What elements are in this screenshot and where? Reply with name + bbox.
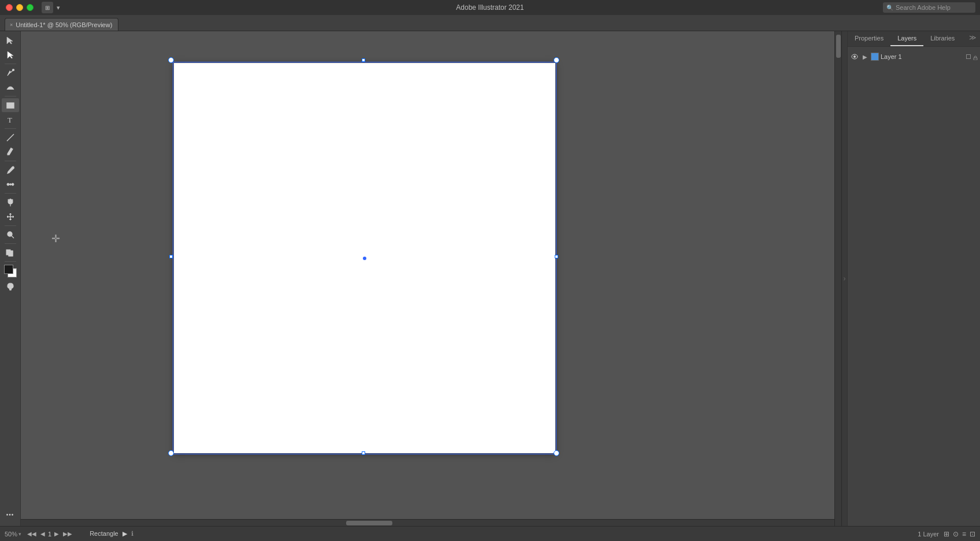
statusbar-settings-icon[interactable]: ⊡ bbox=[970, 530, 975, 538]
type-tool[interactable]: T bbox=[2, 113, 19, 127]
tab-libraries[interactable]: Libraries bbox=[923, 31, 962, 46]
svg-point-8 bbox=[8, 199, 9, 201]
svg-rect-1 bbox=[7, 103, 14, 108]
tab-properties[interactable]: Properties bbox=[848, 31, 890, 46]
tab-label: Untitled-1* @ 50% (RGB/Preview) bbox=[16, 21, 112, 28]
handle-mid-top[interactable] bbox=[362, 58, 365, 62]
direct-selection-tool[interactable] bbox=[2, 48, 19, 62]
foreground-color[interactable] bbox=[4, 265, 13, 274]
toolbar-divider-7 bbox=[5, 243, 16, 244]
canvas-scrollbar-thumb-v[interactable] bbox=[836, 35, 841, 58]
svg-point-11 bbox=[8, 232, 12, 236]
selection-tool[interactable] bbox=[2, 34, 19, 47]
toolbar-divider-5 bbox=[5, 193, 16, 194]
tool-name: Rectangle bbox=[90, 530, 118, 537]
curvature-tool[interactable] bbox=[2, 80, 19, 94]
layer-name: Layer 1 bbox=[881, 53, 964, 60]
tool-play-icon[interactable]: ▶ bbox=[122, 530, 127, 537]
layer-expand-icon[interactable]: ▶ bbox=[861, 53, 869, 61]
canvas-area[interactable]: ✛ bbox=[21, 31, 841, 526]
panel-collapse-button[interactable]: ≫ bbox=[966, 31, 980, 46]
nav-first-button[interactable]: ◀◀ bbox=[26, 530, 38, 538]
zoom-value: 50% bbox=[5, 531, 17, 538]
search-area[interactable]: 🔍 Search Adobe Help bbox=[883, 2, 975, 13]
tool-info-icon[interactable]: ℹ bbox=[131, 530, 133, 537]
move-pan-tool[interactable] bbox=[2, 210, 19, 224]
color-squares[interactable] bbox=[4, 265, 17, 277]
layer-item[interactable]: ▶ Layer 1 bbox=[848, 49, 980, 64]
workspace-dropdown[interactable]: ▾ bbox=[57, 4, 60, 12]
svg-point-4 bbox=[7, 183, 9, 186]
color-tool-area[interactable] bbox=[4, 265, 17, 277]
current-tool-label: Rectangle ▶ ℹ bbox=[90, 530, 133, 538]
tab-layers[interactable]: Layers bbox=[890, 31, 923, 46]
eraser-tool[interactable] bbox=[2, 145, 19, 159]
zoom-tool[interactable] bbox=[2, 228, 19, 242]
artboard-center-point bbox=[363, 257, 366, 260]
toolbar-divider-8 bbox=[5, 261, 16, 262]
toolbar-divider-3 bbox=[5, 128, 16, 129]
layer-visibility-toggle[interactable] bbox=[850, 52, 859, 61]
rectangle-tool[interactable] bbox=[2, 98, 19, 112]
layers-count: 1 Layer bbox=[918, 531, 939, 538]
titlebar: ⊞ ▾ Adobe Illustrator 2021 🔍 Search Adob… bbox=[0, 0, 980, 15]
layers-panel: ▶ Layer 1 bbox=[848, 47, 980, 526]
line-segment-tool[interactable] bbox=[2, 131, 19, 144]
canvas-scrollbar-thumb-h[interactable] bbox=[346, 521, 392, 525]
toolbar-divider-2 bbox=[5, 96, 16, 97]
layer-color-swatch bbox=[871, 53, 879, 61]
window-controls: ⊞ ▾ bbox=[42, 2, 60, 13]
nav-next-button[interactable]: ▶ bbox=[53, 530, 60, 538]
toolbar-divider-1 bbox=[5, 64, 16, 64]
minimize-button[interactable] bbox=[16, 4, 23, 11]
document-tab[interactable]: × Untitled-1* @ 50% (RGB/Preview) bbox=[5, 18, 118, 31]
svg-point-9 bbox=[12, 199, 13, 201]
handle-rotate-tl[interactable] bbox=[168, 57, 174, 63]
statusbar-grid-icon[interactable]: ⊞ bbox=[944, 530, 949, 538]
zoom-dropdown-icon[interactable]: ▾ bbox=[18, 531, 21, 537]
search-input[interactable]: Search Adobe Help bbox=[896, 4, 951, 11]
handle-mid-left[interactable] bbox=[169, 255, 173, 258]
lasso-tool[interactable] bbox=[2, 279, 19, 293]
artboard bbox=[174, 63, 555, 453]
svg-point-0 bbox=[12, 69, 14, 71]
close-button[interactable] bbox=[6, 4, 13, 11]
canvas-scrollbar-horizontal[interactable] bbox=[21, 519, 834, 526]
nav-prev-button[interactable]: ◀ bbox=[39, 530, 46, 538]
maximize-button[interactable] bbox=[27, 4, 34, 11]
left-toolbar: T bbox=[0, 31, 21, 526]
svg-line-12 bbox=[12, 236, 14, 238]
blend-tool[interactable] bbox=[2, 177, 19, 191]
more-tools-button[interactable]: ••• bbox=[2, 507, 19, 521]
svg-text:T: T bbox=[8, 116, 12, 124]
statusbar-icons: ⊞ ⊙ ≡ ⊡ bbox=[944, 530, 975, 538]
svg-rect-15 bbox=[9, 251, 13, 256]
handle-mid-bottom[interactable] bbox=[362, 451, 365, 455]
collapse-chevron-icon: › bbox=[844, 275, 846, 283]
linked-files-tool[interactable] bbox=[2, 246, 19, 260]
layer-lock-icon[interactable] bbox=[973, 54, 978, 59]
right-panel: Properties Layers Libraries ≫ ▶ Layer 1 bbox=[847, 31, 980, 526]
traffic-lights bbox=[0, 4, 34, 11]
panel-tabs: Properties Layers Libraries ≫ bbox=[848, 31, 980, 47]
symbol-sprayer-tool[interactable] bbox=[2, 195, 19, 209]
zoom-control[interactable]: 50% ▾ bbox=[5, 531, 21, 538]
canvas-scrollbar-vertical[interactable] bbox=[834, 31, 841, 526]
more-tools-label: ••• bbox=[6, 512, 14, 518]
search-icon: 🔍 bbox=[886, 5, 893, 11]
handle-rotate-tr[interactable] bbox=[554, 57, 559, 63]
svg-point-17 bbox=[853, 55, 856, 58]
eyedropper-tool[interactable] bbox=[2, 163, 19, 177]
nav-last-button[interactable]: ▶▶ bbox=[62, 530, 73, 538]
handle-rotate-bl[interactable] bbox=[168, 450, 174, 456]
statusbar-arrange-icon[interactable]: ≡ bbox=[962, 530, 966, 538]
handle-rotate-br[interactable] bbox=[554, 450, 559, 456]
handle-mid-right[interactable] bbox=[555, 255, 558, 258]
page-navigation: ◀◀ ◀ 1 ▶ ▶▶ bbox=[26, 530, 73, 538]
pen-tool[interactable] bbox=[2, 66, 19, 80]
tab-close-icon[interactable]: × bbox=[10, 22, 13, 28]
right-panel-collapse-handle[interactable]: › bbox=[841, 31, 847, 526]
workspace-switcher[interactable]: ⊞ bbox=[42, 2, 53, 13]
layer-options-icon[interactable] bbox=[966, 54, 971, 59]
statusbar-zoom-fit-icon[interactable]: ⊙ bbox=[953, 530, 959, 538]
